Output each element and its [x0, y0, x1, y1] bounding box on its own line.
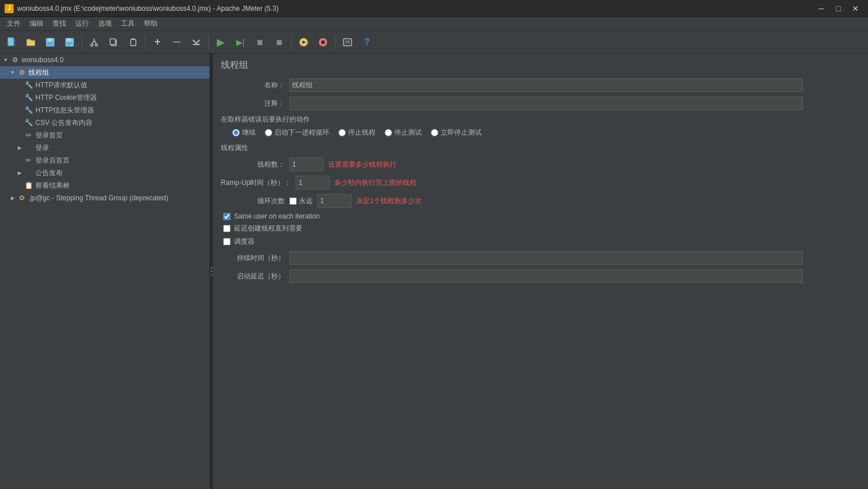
- start-delay-input[interactable]: [289, 269, 803, 283]
- scheduler-checkbox[interactable]: [223, 238, 231, 245]
- duration-row: 持续时间（秒）: [221, 251, 860, 265]
- svg-rect-16: [132, 38, 134, 40]
- menu-options[interactable]: 选项: [94, 18, 116, 30]
- comment-input[interactable]: [289, 96, 803, 110]
- loop-forever-text: 永远: [299, 196, 313, 206]
- save-as-button[interactable]: +: [60, 33, 79, 51]
- tree-item-http-defaults[interactable]: 🔧 HTTP请求默认值: [0, 79, 209, 91]
- menu-edit[interactable]: 编辑: [25, 18, 48, 30]
- arrow-login-home: [16, 132, 23, 139]
- tree-item-csv-publish[interactable]: 🔧 CSV 公告发布内容: [0, 116, 209, 129]
- ramp-up-input[interactable]: [296, 176, 330, 189]
- section-title: 线程组: [221, 59, 860, 71]
- close-button[interactable]: ✕: [847, 2, 863, 15]
- toolbar-sep-3: [208, 35, 209, 49]
- svg-rect-15: [131, 39, 136, 46]
- shutdown-button[interactable]: ⏹: [270, 33, 288, 51]
- run-button[interactable]: ▶: [212, 33, 230, 51]
- toolbar-sep-2: [145, 35, 146, 49]
- radio-start-next-label[interactable]: 启动下一进程循环: [265, 128, 329, 138]
- icon-results-tree: 📋: [24, 181, 33, 190]
- arrow-after-login: [16, 157, 23, 164]
- tree-item-login-home[interactable]: ✏ 登录首页: [0, 129, 209, 142]
- help-button[interactable]: ?: [358, 33, 376, 51]
- content-panel: 线程组 名称： 注释： 在取样器错误后要执行的动作 继续 启动下一进程循环: [213, 54, 868, 489]
- loop-count-row: 循环次数 永远 决定1个线程跑多少次: [221, 194, 860, 208]
- loop-forever-checkbox[interactable]: [289, 197, 297, 205]
- arrow-results-tree: [16, 182, 23, 189]
- same-user-checkbox[interactable]: [223, 213, 231, 220]
- tree-item-stepping-group[interactable]: ▶ ⚙ .jp@gc - Stepping Thread Group (depr…: [0, 192, 209, 204]
- toolbar-sep-5: [335, 35, 336, 49]
- tree-item-woniuboss[interactable]: ▼ ⚙ woniuboss4.0: [0, 54, 209, 66]
- toggle-button[interactable]: [187, 33, 205, 51]
- radio-stop-thread-label[interactable]: 停止线程: [338, 128, 376, 138]
- remote-stop-button[interactable]: [314, 33, 332, 51]
- label-http-header: HTTP信息头管理器: [35, 106, 94, 115]
- name-input[interactable]: [289, 78, 803, 92]
- radio-stop-thread[interactable]: [338, 129, 346, 136]
- start-delay-label: 启动延迟（秒）: [221, 272, 289, 281]
- copy-button[interactable]: [104, 33, 123, 51]
- menu-run[interactable]: 运行: [71, 18, 94, 30]
- log-viewer-button[interactable]: [338, 33, 357, 51]
- duration-input[interactable]: [289, 251, 803, 265]
- expand-button[interactable]: +: [148, 33, 167, 51]
- radio-stop-test-now[interactable]: [431, 129, 438, 136]
- loop-count-input[interactable]: [317, 194, 352, 208]
- maximize-button[interactable]: □: [830, 2, 846, 15]
- label-results-tree: 察看结果树: [35, 181, 70, 191]
- arrow-stepping-group: ▶: [9, 195, 16, 201]
- svg-rect-0: [8, 38, 14, 46]
- same-user-row: Same user on each iteration: [221, 212, 860, 220]
- title-bar: J woniuboss4.0.jmx (E:\codejmeter\woniub…: [0, 0, 868, 17]
- collapse-button[interactable]: ─: [168, 33, 186, 51]
- new-button[interactable]: [2, 33, 21, 51]
- tree-item-login[interactable]: ▶ 登录: [0, 142, 209, 154]
- run-no-pause-button[interactable]: ▶|: [231, 33, 249, 51]
- radio-stop-test-label[interactable]: 停止测试: [385, 128, 422, 138]
- thread-count-label: 线程数：: [221, 160, 289, 169]
- menu-tools[interactable]: 工具: [116, 18, 139, 30]
- loop-count-label: 循环次数: [221, 196, 289, 206]
- stop-button[interactable]: ⏹: [251, 33, 269, 51]
- radio-stop-thread-text: 停止线程: [348, 128, 376, 138]
- remote-start-button[interactable]: [294, 33, 313, 51]
- arrow-http-header: [16, 107, 23, 114]
- menu-find[interactable]: 查找: [48, 18, 71, 30]
- tree-item-thread-group[interactable]: ▼ ⚙ 线程组: [0, 66, 209, 79]
- resizer-dot-1: [211, 267, 212, 269]
- tree-item-results-tree[interactable]: 📋 察看结果树: [0, 179, 209, 192]
- cut-button[interactable]: [85, 33, 103, 51]
- on-error-section: 在取样器错误后要执行的动作 继续 启动下一进程循环 停止线程 停止测试: [221, 115, 860, 138]
- minimize-button[interactable]: ─: [813, 2, 829, 15]
- radio-start-next[interactable]: [265, 129, 272, 136]
- paste-button[interactable]: [124, 33, 142, 51]
- tree-item-http-header[interactable]: 🔧 HTTP信息头管理器: [0, 104, 209, 116]
- svg-rect-5: [67, 38, 71, 41]
- open-button[interactable]: [22, 33, 40, 51]
- scheduler-label: 调度器: [234, 237, 255, 246]
- resizer-dot-3: [211, 274, 212, 276]
- delay-create-checkbox[interactable]: [223, 225, 231, 232]
- radio-continue[interactable]: [232, 129, 240, 136]
- tree-item-after-login[interactable]: ✏ 登录后首页: [0, 154, 209, 167]
- save-button[interactable]: [41, 33, 59, 51]
- arrow-http-cookie: [16, 94, 23, 101]
- svg-rect-2: [48, 38, 51, 41]
- radio-continue-label[interactable]: 继续: [232, 128, 256, 138]
- radio-stop-test[interactable]: [385, 129, 392, 136]
- duration-label: 持续时间（秒）: [221, 253, 289, 263]
- icon-thread-group: ⚙: [17, 68, 26, 77]
- tree-item-http-cookie[interactable]: 🔧 HTTP Cookie管理器: [0, 91, 209, 104]
- menu-help[interactable]: 帮助: [139, 18, 162, 30]
- menu-file[interactable]: 文件: [2, 18, 25, 30]
- tree-item-announcement[interactable]: ▶ 公告发布: [0, 167, 209, 179]
- radio-stop-test-now-label[interactable]: 立即停止测试: [431, 128, 482, 138]
- radio-start-next-text: 启动下一进程循环: [274, 128, 329, 138]
- arrow-login: ▶: [16, 144, 23, 151]
- ramp-up-label: Ramp-Up时间（秒）：: [221, 178, 296, 188]
- loop-forever-label[interactable]: 永远: [289, 196, 313, 206]
- label-csv-publish: CSV 公告发布内容: [35, 118, 92, 128]
- thread-count-input[interactable]: [289, 157, 324, 171]
